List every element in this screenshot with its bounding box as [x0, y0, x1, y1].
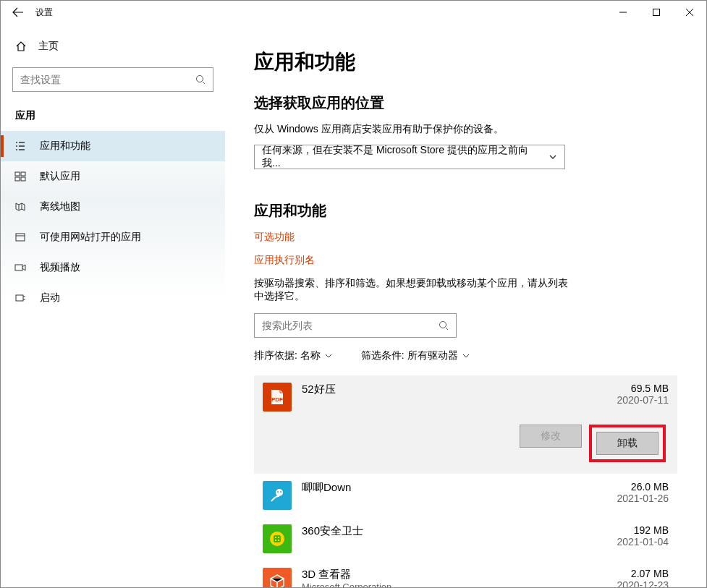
back-button[interactable]	[7, 1, 30, 24]
app-date: 2020-12-23	[617, 579, 669, 587]
app-icon: PDF	[263, 383, 292, 412]
app-icon	[263, 524, 292, 553]
chevron-down-icon	[549, 153, 557, 161]
nav-video-playback[interactable]: 视频播放	[1, 252, 225, 283]
app-date: 2020-07-11	[617, 394, 669, 406]
app-name: 52好压	[302, 383, 606, 396]
svg-point-13	[280, 491, 281, 493]
arrow-left-icon	[12, 7, 24, 18]
svg-rect-8	[16, 295, 23, 301]
app-size: 69.5 MB	[617, 383, 669, 394]
nav-offline-maps[interactable]: 离线地图	[1, 192, 225, 222]
link-icon	[14, 231, 27, 243]
window-title: 设置	[35, 7, 53, 19]
search-icon	[195, 74, 206, 85]
app-actions: 修改 卸载	[263, 425, 669, 462]
svg-rect-2	[15, 172, 20, 176]
close-icon	[686, 9, 693, 16]
nav-apps-features[interactable]: 应用和功能	[1, 131, 225, 161]
svg-rect-3	[21, 172, 25, 176]
page-title: 应用和功能	[254, 48, 677, 76]
search-icon	[439, 320, 449, 331]
filter-dropdown[interactable]: 所有驱动器	[407, 349, 470, 362]
app-icon	[263, 568, 292, 587]
optional-features-link[interactable]: 可选功能	[254, 231, 677, 244]
app-entry-selected[interactable]: PDF 52好压 69.5 MB 2020-07-11 修改 卸载	[254, 375, 677, 474]
titlebar: 设置	[1, 1, 706, 24]
nav-label: 启动	[40, 291, 60, 304]
sidebar: 主页 应用 应用和功能 默认应用 离线地图	[1, 24, 225, 587]
nav-default-apps[interactable]: 默认应用	[1, 161, 225, 192]
app-date: 2021-01-26	[617, 493, 669, 504]
sort-filter-row: 排序依据: 名称 筛选条件: 所有驱动器	[254, 349, 677, 362]
sort-value: 名称	[300, 349, 321, 362]
map-icon	[14, 201, 27, 213]
home-link[interactable]: 主页	[1, 33, 225, 60]
sidebar-search[interactable]	[12, 67, 213, 92]
app-icon	[263, 481, 292, 510]
sort-dropdown[interactable]: 名称	[300, 349, 332, 362]
category-header: 应用	[1, 105, 225, 131]
list-help: 按驱动器搜索、排序和筛选。如果想要卸载或移动某个应用，请从列表中选择它。	[254, 277, 572, 303]
source-section-title: 选择获取应用的位置	[254, 93, 677, 113]
app-name: 360安全卫士	[302, 524, 606, 538]
close-button[interactable]	[673, 1, 706, 24]
nav-label: 视频播放	[40, 261, 80, 274]
sort-label: 排序依据:	[254, 349, 297, 361]
filter-value: 所有驱动器	[407, 349, 458, 362]
source-help: 仅从 Windows 应用商店安装应用有助于保护你的设备。	[254, 123, 677, 136]
svg-point-9	[440, 322, 446, 328]
maximize-button[interactable]	[640, 1, 673, 24]
app-date: 2021-01-04	[617, 536, 669, 547]
startup-icon	[14, 292, 27, 304]
maximize-icon	[653, 9, 660, 16]
nav-label: 可使用网站打开的应用	[40, 231, 141, 244]
annotation-highlight: 卸载	[589, 425, 666, 462]
nav-startup[interactable]: 启动	[1, 283, 225, 313]
sidebar-search-input[interactable]	[20, 74, 195, 85]
list-icon	[14, 140, 27, 152]
uninstall-button[interactable]: 卸载	[596, 432, 659, 455]
defaults-icon	[14, 171, 27, 182]
app-publisher: Microsoft Corporation	[302, 581, 606, 587]
app-size: 26.0 MB	[617, 481, 669, 493]
nav-label: 默认应用	[40, 170, 80, 183]
app-name: 唧唧Down	[302, 481, 606, 495]
app-list-search-input[interactable]	[262, 320, 439, 331]
svg-rect-6	[16, 234, 25, 241]
svg-point-1	[197, 76, 203, 82]
app-list-search[interactable]	[254, 313, 457, 338]
list-section-title: 应用和功能	[254, 201, 677, 221]
svg-rect-7	[15, 265, 22, 270]
app-name: 3D 查看器	[302, 568, 606, 581]
app-entry[interactable]: 360安全卫士 192 MB 2021-01-04	[254, 517, 677, 561]
window-controls	[606, 1, 706, 24]
body: 主页 应用 应用和功能 默认应用 离线地图	[1, 24, 706, 587]
modify-button: 修改	[520, 425, 582, 448]
nav-apps-for-websites[interactable]: 可使用网站打开的应用	[1, 222, 225, 252]
svg-point-12	[277, 491, 279, 493]
svg-rect-5	[21, 177, 25, 181]
filter-label: 筛选条件:	[361, 349, 405, 361]
chevron-down-icon	[325, 352, 332, 359]
nav-label: 离线地图	[40, 200, 80, 213]
install-source-value: 任何来源，但在安装不是 Microsoft Store 提供的应用之前向我...	[262, 144, 543, 170]
chevron-down-icon	[462, 352, 470, 359]
settings-window: 设置 主页 应用	[0, 0, 707, 588]
home-label: 主页	[38, 40, 59, 53]
video-icon	[14, 262, 27, 273]
svg-text:PDF: PDF	[271, 396, 283, 403]
app-size: 2.07 MB	[617, 568, 669, 579]
app-size: 192 MB	[617, 524, 669, 536]
nav-label: 应用和功能	[40, 140, 90, 153]
home-icon	[15, 41, 27, 52]
svg-rect-0	[653, 9, 660, 16]
svg-rect-4	[15, 177, 20, 181]
minimize-icon	[619, 9, 627, 16]
content: 应用和功能 选择获取应用的位置 仅从 Windows 应用商店安装应用有助于保护…	[225, 24, 706, 587]
install-source-dropdown[interactable]: 任何来源，但在安装不是 Microsoft Store 提供的应用之前向我...	[254, 145, 565, 169]
app-entry[interactable]: 唧唧Down 26.0 MB 2021-01-26	[254, 474, 677, 517]
app-execution-alias-link[interactable]: 应用执行别名	[254, 254, 677, 267]
app-entry[interactable]: 3D 查看器 Microsoft Corporation 2.07 MB 202…	[254, 561, 677, 587]
minimize-button[interactable]	[606, 1, 640, 24]
